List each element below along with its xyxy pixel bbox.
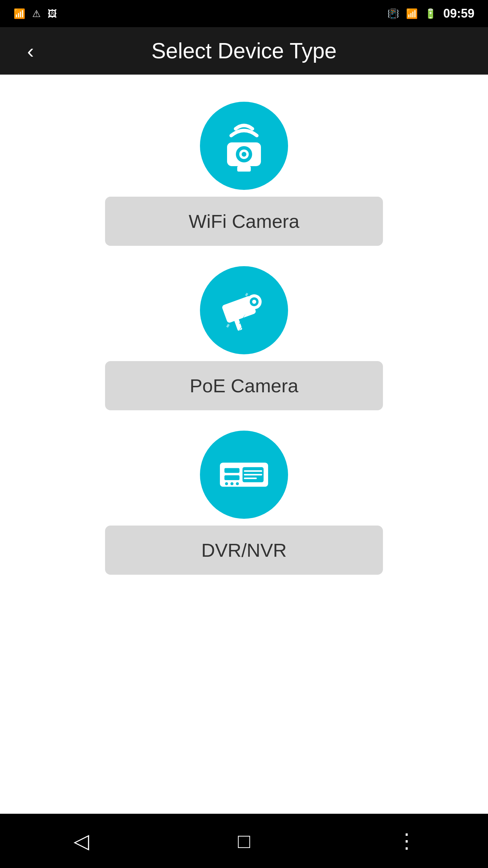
svg-rect-14 bbox=[224, 475, 239, 480]
svg-point-20 bbox=[230, 482, 233, 485]
status-bar: 📶 ⚠ 🖼 📳 📶 🔋 09:59 bbox=[0, 0, 488, 27]
top-nav: ‹ Select Device Type bbox=[0, 27, 488, 75]
dvr-nvr-item[interactable]: DVR/NVR bbox=[105, 431, 383, 575]
svg-rect-4 bbox=[237, 166, 251, 172]
dvr-nvr-icon-circle bbox=[200, 431, 288, 519]
wifi-camera-button[interactable]: WiFi Camera bbox=[105, 197, 383, 246]
wifi-status-icon: 📶 bbox=[406, 8, 418, 19]
nav-menu-button[interactable]: ⋮ bbox=[386, 821, 427, 861]
image-icon: 🖼 bbox=[47, 8, 57, 19]
status-bar-left: 📶 ⚠ 🖼 bbox=[14, 8, 57, 19]
battery-icon: 🔋 bbox=[425, 8, 436, 19]
svg-point-3 bbox=[242, 152, 246, 157]
wifi-camera-icon-circle bbox=[200, 102, 288, 190]
svg-point-21 bbox=[236, 482, 239, 485]
svg-point-8 bbox=[252, 300, 256, 304]
status-bar-right: 📳 📶 🔋 09:59 bbox=[387, 6, 474, 21]
wifi-camera-icon bbox=[217, 119, 271, 173]
svg-rect-9 bbox=[233, 317, 243, 331]
wifi-camera-item[interactable]: WiFi Camera bbox=[105, 102, 383, 246]
back-button[interactable]: ‹ bbox=[14, 34, 47, 68]
nav-back-button[interactable]: ◁ bbox=[61, 821, 102, 861]
poe-camera-item[interactable]: PoE Camera bbox=[105, 266, 383, 410]
poe-camera-icon bbox=[217, 283, 271, 337]
svg-point-19 bbox=[225, 482, 228, 485]
bottom-nav: ◁ □ ⋮ bbox=[0, 814, 488, 868]
warning-icon: ⚠ bbox=[32, 8, 41, 19]
page-title: Select Device Type bbox=[54, 38, 434, 63]
svg-rect-13 bbox=[224, 468, 239, 473]
status-time: 09:59 bbox=[443, 6, 474, 21]
main-content: WiFi Camera PoE Camera bbox=[0, 75, 488, 814]
signal-icon: 📶 bbox=[14, 8, 25, 19]
poe-camera-button[interactable]: PoE Camera bbox=[105, 361, 383, 410]
poe-camera-icon-circle bbox=[200, 266, 288, 354]
dvr-nvr-icon bbox=[217, 454, 271, 495]
vibrate-icon: 📳 bbox=[387, 8, 399, 19]
nav-home-button[interactable]: □ bbox=[224, 821, 264, 861]
dvr-nvr-button[interactable]: DVR/NVR bbox=[105, 526, 383, 575]
